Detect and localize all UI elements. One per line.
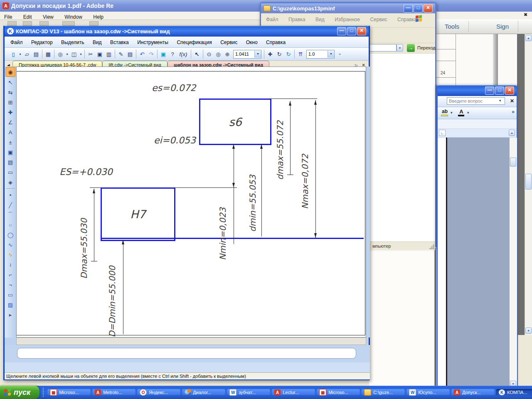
task-item-picture-manager[interactable]: ▦Microso... [47, 389, 91, 396]
task-item-lecture-pdf[interactable]: ALectur... [272, 389, 315, 396]
menu-window[interactable]: Окно [246, 39, 258, 45]
new-document-button[interactable]: ▯ [9, 49, 18, 59]
preview-button[interactable]: ◎ [56, 49, 65, 59]
dim-line-nmax[interactable] [315, 100, 316, 238]
maximize-button[interactable]: □ [495, 86, 504, 95]
adobe-menu-window[interactable]: Window [64, 14, 82, 20]
measure-panel-button[interactable]: A [6, 128, 15, 137]
word-document-area[interactable]: ▾ [438, 138, 517, 388]
redo-button[interactable]: ↷ [147, 49, 156, 59]
select-panel-button[interactable]: ↖ [6, 78, 15, 87]
dim-line-dmin-shaft[interactable] [261, 144, 262, 236]
chamfer-tool-button[interactable]: ⌐ [6, 270, 15, 279]
report-panel-button[interactable]: ▭ [6, 167, 15, 177]
task-item-yandex-opera[interactable]: OЯндекс... [137, 389, 180, 396]
rectangle-tool-button[interactable]: ▭ [6, 290, 15, 299]
snap-button[interactable]: ⇈ [296, 49, 305, 59]
adobe-menu-file[interactable]: File [4, 14, 12, 20]
step-combobox[interactable]: 1.0 ▾ [306, 50, 335, 59]
hole-upper-deviation-text[interactable]: ES=+0.030 [59, 167, 113, 177]
adobe-menu-edit[interactable]: Edit [23, 14, 32, 20]
point-tool-button[interactable]: • [6, 190, 15, 200]
menu-help[interactable]: Справка [266, 39, 286, 45]
maximize-button[interactable]: □ [347, 27, 356, 35]
shaft-field-label[interactable]: s6 [229, 116, 241, 128]
views-panel-button[interactable]: ▣ [6, 148, 15, 157]
dimensions-panel-button[interactable]: ⇆ [6, 88, 15, 97]
save-button[interactable]: ▤ [32, 49, 41, 59]
parametrization-panel-button[interactable]: ∠ [6, 118, 15, 127]
question-box[interactable]: Введите вопрос [447, 97, 505, 105]
base-diameter-text[interactable]: d=D=Dmin=55.000 [107, 255, 117, 337]
scroll-down-button[interactable]: ▾ [525, 328, 532, 334]
highlight-button[interactable]: ab [440, 108, 449, 117]
property-bar[interactable] [17, 348, 356, 359]
paste-button[interactable]: ▥ [104, 49, 113, 59]
new-dropdown[interactable]: ▾ [18, 49, 22, 59]
hole-field-label[interactable]: H7 [130, 208, 145, 221]
dmin-shaft-text[interactable]: dmin=55.053 [248, 159, 258, 232]
specification-panel-button[interactable]: ▤ [6, 158, 15, 167]
sheets-dropdown[interactable]: ▾ [79, 49, 83, 59]
menubar-close-icon[interactable]: ✕ [510, 98, 514, 104]
explorer-menu-tools[interactable]: Сервис [370, 17, 387, 22]
context-help-button[interactable]: ↖ [192, 49, 202, 59]
ellipse-tool-button[interactable]: ◯ [6, 230, 15, 239]
zoom-combobox[interactable]: 1.0411 ▾ [233, 50, 261, 59]
nmax-text[interactable]: Nmax=0,072 [300, 138, 310, 209]
insert-panel-button[interactable]: ◈ [6, 177, 15, 187]
fx-button[interactable]: f(x) [177, 49, 190, 59]
zoom-area-button[interactable]: ⊙ [204, 49, 214, 59]
task-item-dopusk-pdf[interactable]: AДопуск... [451, 389, 495, 396]
toolbar-overflow[interactable]: » [337, 49, 342, 59]
close-button[interactable]: ✕ [505, 86, 514, 95]
zoom-in-button[interactable]: ⊕ [223, 49, 232, 59]
preview-dropdown[interactable]: ▾ [65, 49, 69, 59]
dmax-hole-text[interactable]: Dmax=55.030 [79, 198, 89, 279]
dim-line-dmax-shaft[interactable] [290, 101, 291, 175]
pan-button[interactable]: ✚ [266, 49, 275, 59]
variables-button[interactable]: ▣ [159, 49, 168, 59]
dim-line-nmin[interactable] [234, 144, 234, 244]
tab-selector-box[interactable]: ∟ [439, 130, 446, 136]
scroll-thumb[interactable] [510, 158, 516, 167]
menu-tools[interactable]: Инструменты [137, 39, 168, 45]
lower-deviation-text[interactable]: ei=0.053 [154, 135, 196, 145]
scroll-up-button[interactable]: ▴ [525, 35, 532, 41]
dmax-shaft-text[interactable]: dmax=55.072 [275, 105, 285, 180]
task-item-yusupo-word[interactable]: WЮсупо... [406, 389, 450, 396]
open-button[interactable]: ▱ [22, 49, 32, 59]
properties-button[interactable]: ▤ [126, 49, 135, 59]
go-button-icon[interactable]: → [407, 44, 415, 52]
dim-line-base[interactable] [123, 240, 123, 334]
selection-panel-button[interactable]: ± [6, 138, 15, 147]
rotate-button[interactable]: ↻ [275, 49, 284, 59]
scroll-thumb[interactable] [525, 174, 532, 190]
close-button[interactable]: ✕ [424, 4, 433, 12]
menu-editor[interactable]: Редактор [31, 39, 53, 45]
address-dropdown-button[interactable]: ▾ [397, 44, 403, 52]
menu-select[interactable]: Выделить [61, 39, 84, 45]
format-brush-button[interactable]: ✎ [116, 49, 126, 59]
highlight-dropdown-icon[interactable]: ▾ [451, 111, 453, 115]
cut-button[interactable]: ✂ [86, 49, 95, 59]
arc-tool-button[interactable]: ⌒ [6, 210, 15, 219]
toolbar-options-icon[interactable]: » [512, 109, 515, 115]
adobe-menu-view[interactable]: View [43, 14, 54, 20]
task-item-picture-manager-2[interactable]: ▦Microso... [317, 389, 360, 396]
adobe-scrollbar[interactable]: ▴ ▾ [525, 34, 532, 335]
polyline-tool-button[interactable]: ≀ [6, 260, 15, 269]
resize-grip[interactable] [429, 244, 434, 249]
question-dropdown-icon[interactable]: ▾ [499, 99, 501, 103]
explorer-menu-edit[interactable]: Правка [288, 17, 305, 22]
adobe-toolbar-close-icon[interactable]: ✖ [524, 12, 527, 17]
explorer-menu-view[interactable]: Вид [315, 17, 325, 22]
print-button[interactable]: ▦ [44, 49, 53, 59]
chevron-down-icon[interactable]: ▾ [254, 51, 261, 58]
word-vscrollbar[interactable]: ▾ [510, 138, 517, 388]
minimize-button[interactable]: — [404, 4, 413, 12]
explorer-menu-file[interactable]: Файл [266, 17, 278, 22]
copy-button[interactable]: ▣ [95, 49, 104, 59]
minimize-button[interactable]: — [485, 86, 494, 95]
drawing-canvas[interactable]: s6 H7 es=0.072 ei=0.053 ES=+0.030 Dmax=5… [16, 66, 366, 337]
